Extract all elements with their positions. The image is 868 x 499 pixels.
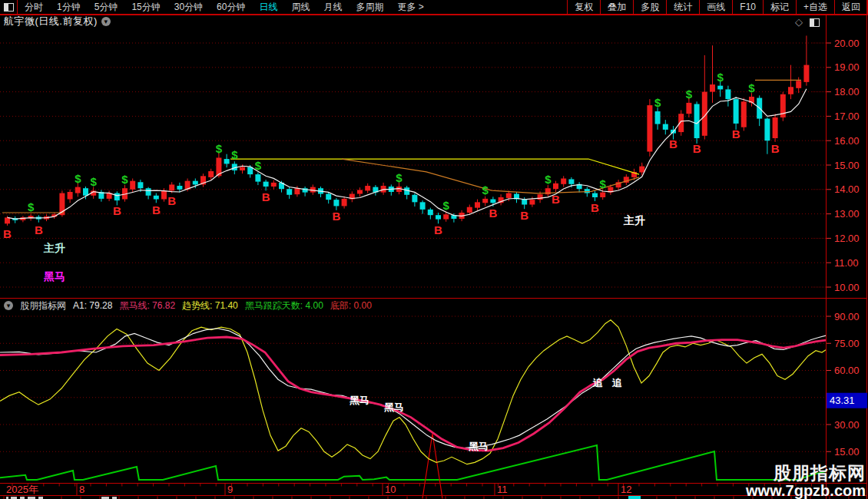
buy-signal-marker: B: [3, 227, 12, 240]
time-axis-label: 8: [79, 484, 84, 495]
candlestick: [443, 214, 449, 219]
price-axis-label: 18.00: [834, 86, 860, 97]
price-axis-label: 13.00: [834, 208, 860, 220]
price-axis-label: 20.00: [834, 38, 860, 49]
candlestick: [294, 188, 300, 194]
time-axis-label: 9: [227, 484, 233, 495]
value-axis-label: 60.00: [834, 365, 860, 376]
indicator-value: 底部: 0.00: [330, 299, 372, 312]
chart-annotation: 黑马: [44, 270, 65, 283]
candlestick: [803, 65, 809, 82]
value-axis-label: 30.00: [834, 419, 860, 431]
price-axis-label: 15.00: [834, 160, 860, 171]
sell-signal-marker: $: [121, 173, 128, 186]
candlestick: [271, 183, 277, 187]
candlestick: [263, 182, 269, 187]
indicator-annotation: 黑马: [469, 441, 489, 452]
candlestick: [130, 181, 135, 190]
candlestick: [154, 196, 159, 200]
sell-signal-marker: $: [717, 71, 724, 84]
candlestick: [725, 89, 731, 99]
value-axis-label: 90.00: [834, 311, 860, 322]
price-axis-label: 10.00: [834, 282, 860, 293]
indicator-header: ▾ 股朋指标网A1: 79.28黑马线: 76.82趋势线: 71.40黑马跟踪…: [0, 299, 825, 312]
buy-signal-marker: B: [520, 209, 528, 222]
candlestick: [169, 184, 174, 190]
candlestick: [796, 81, 801, 88]
buy-signal-marker: B: [732, 127, 740, 140]
price-axis-label: 11.00: [834, 257, 859, 269]
candlestick: [68, 192, 73, 200]
trading-app-window: 分时1分钟5分钟15分钟30分钟60分钟日线周线月线多周期更多 > 复权叠加多股…: [0, 0, 868, 499]
candlestick: [114, 193, 120, 201]
collapse-chevron-icon[interactable]: ▾: [4, 301, 13, 310]
candlestick: [717, 86, 723, 90]
chart-canvas[interactable]: BBBBBBBBBBBBBBBB$$$$$$$$$$$$$$$$主升主升黑马黑马…: [0, 0, 868, 499]
candlestick: [420, 202, 426, 210]
candlestick: [600, 193, 605, 197]
sell-signal-marker: $: [91, 175, 98, 188]
sell-signal-marker: $: [231, 148, 238, 161]
candlestick: [412, 195, 417, 203]
candlestick: [686, 103, 691, 114]
indicator-value: 趋势线: 71.40: [182, 299, 238, 312]
candlestick: [193, 181, 198, 185]
time-axis-label: 11: [497, 484, 508, 495]
price-axis-label: 16.00: [834, 135, 860, 147]
price-axis-label: 14.00: [834, 183, 860, 195]
watermark-site-name: 股朋指标网: [746, 464, 866, 482]
candlestick: [663, 124, 668, 130]
candlestick: [255, 174, 260, 182]
buy-signal-marker: B: [434, 223, 442, 236]
candlestick: [240, 167, 245, 170]
yellow-trend-line: [230, 159, 639, 174]
candlestick: [146, 188, 151, 196]
indicator-value: A1: 79.28: [73, 300, 112, 311]
indicator-annotation: 黑马: [350, 395, 369, 406]
底部-red-spike: [422, 434, 442, 499]
candlestick: [5, 217, 10, 223]
candlestick: [592, 193, 598, 197]
price-axis-label: 12.00: [834, 233, 860, 244]
buy-signal-marker: B: [35, 223, 43, 236]
chart-annotation: 主升: [43, 242, 65, 254]
buy-signal-marker: B: [113, 204, 121, 217]
candlestick: [428, 210, 433, 215]
indicator-value: 股朋指标网: [20, 299, 66, 312]
candlestick: [326, 194, 331, 200]
buy-signal-marker: B: [262, 190, 270, 203]
clipped-pane-fragment: [628, 496, 641, 499]
跟踪天数-green: [0, 445, 826, 480]
candlestick: [161, 190, 167, 199]
candlestick: [522, 200, 527, 205]
candlestick: [506, 193, 512, 198]
buy-signal-marker: B: [591, 201, 599, 214]
sell-signal-marker: $: [654, 96, 661, 109]
sell-signal-marker: $: [216, 142, 223, 155]
candlestick: [529, 200, 535, 204]
value-axis-label: 75.00: [834, 338, 860, 349]
candlestick: [788, 87, 793, 94]
candlestick: [678, 114, 684, 132]
watermark-site-url: www.7gpzb.com: [746, 483, 866, 498]
candlestick: [764, 119, 770, 141]
buy-signal-marker: B: [332, 210, 340, 223]
time-axis-label: 2025年: [6, 484, 38, 495]
sell-signal-marker: $: [255, 159, 262, 172]
candlestick: [482, 199, 488, 203]
sell-signal-marker: $: [482, 183, 489, 197]
buy-signal-marker: B: [669, 137, 678, 150]
time-axis-label: 12: [621, 484, 631, 495]
buy-signal-marker: B: [552, 193, 560, 206]
sell-signal-marker: $: [75, 172, 81, 185]
indicator-value: 黑马跟踪天数: 4.00: [245, 299, 323, 312]
candlestick: [741, 101, 747, 127]
candlestick: [490, 200, 495, 203]
sell-signal-marker: $: [28, 200, 35, 213]
candlestick: [647, 105, 652, 151]
buy-signal-marker: B: [167, 194, 176, 207]
candlestick: [710, 84, 715, 92]
buy-signal-marker: B: [693, 142, 701, 155]
candlestick: [342, 199, 347, 207]
value-axis-label: 15.00: [834, 446, 860, 458]
